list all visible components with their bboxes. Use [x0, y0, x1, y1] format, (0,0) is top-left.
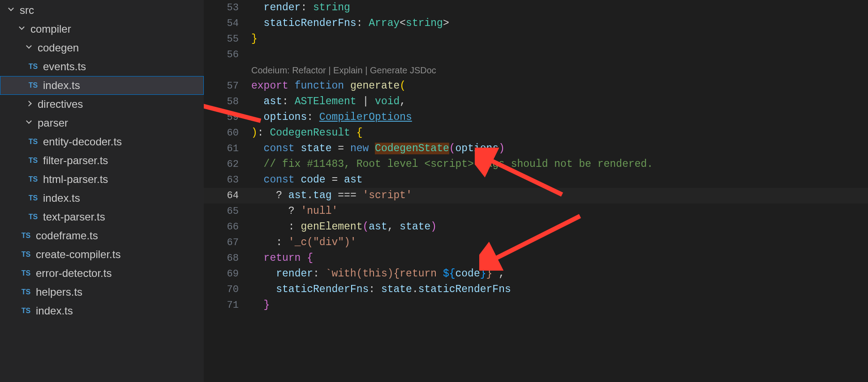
code-content[interactable]: ): CodegenResult {	[251, 125, 362, 141]
file-tree-file[interactable]: TScodeframe.ts	[0, 226, 204, 245]
code-content[interactable]: options: CompilerOptions	[251, 110, 412, 125]
code-line[interactable]: 64 ? ast.tag === 'script'	[204, 188, 868, 204]
chevron-down-icon[interactable]	[25, 43, 34, 52]
code-line[interactable]: 69 render: `with(this){return ${code}}`,	[204, 266, 868, 282]
code-content[interactable]: export function generate(	[251, 78, 406, 94]
line-number: 68	[204, 250, 251, 266]
code-line[interactable]: 56	[204, 47, 868, 63]
typescript-file-icon: TS	[20, 250, 32, 259]
code-content[interactable]: ast: ASTElement | void,	[251, 94, 406, 110]
line-number: 67	[204, 235, 251, 250]
file-tree-file[interactable]: TSindex.ts	[0, 76, 204, 95]
file-tree-label: text-parser.ts	[43, 211, 105, 223]
code-content[interactable]: render: string	[251, 0, 350, 16]
file-tree-label: codegen	[38, 42, 79, 54]
file-tree-label: error-detector.ts	[36, 267, 112, 280]
code-content[interactable]: return {	[251, 250, 313, 266]
code-content[interactable]: }	[251, 297, 270, 313]
code-line[interactable]: 58 ast: ASTElement | void,	[204, 94, 868, 110]
code-line[interactable]: 67 : '_c("div")'	[204, 235, 868, 250]
file-tree-folder[interactable]: src	[0, 1, 204, 20]
chevron-right-icon[interactable]	[25, 100, 34, 109]
typescript-file-icon: TS	[27, 175, 39, 183]
code-content[interactable]: : genElement(ast, state)	[251, 219, 437, 235]
line-number: 56	[204, 47, 251, 63]
line-number: 61	[204, 141, 251, 157]
code-line[interactable]: 71 }	[204, 297, 868, 313]
code-line[interactable]: 62 // fix #11483, Root level <script> ta…	[204, 157, 868, 172]
file-tree-label: html-parser.ts	[43, 173, 108, 186]
file-tree-label: compiler	[30, 23, 71, 35]
code-content[interactable]: staticRenderFns: Array<string>	[251, 16, 449, 31]
file-tree-folder[interactable]: directives	[0, 95, 204, 114]
typescript-file-icon: TS	[27, 157, 39, 165]
file-tree-label: index.ts	[36, 305, 73, 317]
line-number: 65	[204, 204, 251, 219]
file-tree-file[interactable]: TSentity-decoder.ts	[0, 132, 204, 151]
line-number: 69	[204, 266, 251, 282]
chevron-down-icon[interactable]	[18, 25, 27, 34]
code-line[interactable]: 54 staticRenderFns: Array<string>	[204, 16, 868, 31]
file-tree-label: create-compiler.ts	[36, 248, 120, 261]
file-tree-label: src	[20, 4, 34, 17]
file-tree-file[interactable]: TSevents.ts	[0, 57, 204, 76]
file-tree-label: filter-parser.ts	[43, 154, 108, 167]
line-number: 58	[204, 94, 251, 110]
code-line[interactable]: 65 ? 'null'	[204, 204, 868, 219]
line-number: 53	[204, 0, 251, 16]
code-line[interactable]: 63 const code = ast	[204, 172, 868, 188]
line-number: 60	[204, 125, 251, 141]
file-tree-folder[interactable]: parser	[0, 114, 204, 132]
typescript-file-icon: TS	[27, 138, 39, 146]
code-content[interactable]: // fix #11483, Root level <script> tags …	[251, 157, 653, 172]
file-tree-file[interactable]: TSindex.ts	[0, 301, 204, 320]
file-tree-folder[interactable]: compiler	[0, 20, 204, 38]
code-line[interactable]: 55}	[204, 31, 868, 47]
typescript-file-icon: TS	[27, 63, 39, 71]
line-number: 70	[204, 282, 251, 297]
line-number: 71	[204, 297, 251, 313]
chevron-down-icon[interactable]	[7, 6, 16, 15]
file-tree-label: codeframe.ts	[36, 229, 98, 242]
code-content[interactable]: : '_c("div")'	[251, 235, 357, 250]
typescript-file-icon: TS	[27, 194, 39, 202]
file-tree-file[interactable]: TSerror-detector.ts	[0, 264, 204, 283]
typescript-file-icon: TS	[20, 269, 32, 277]
code-content[interactable]: const code = ast	[251, 172, 363, 188]
file-tree-label: events.ts	[43, 60, 86, 73]
file-tree-file[interactable]: TShelpers.ts	[0, 283, 204, 301]
file-tree-label: directives	[38, 98, 83, 110]
code-content[interactable]: staticRenderFns: state.staticRenderFns	[251, 282, 511, 297]
typescript-file-icon: TS	[20, 307, 32, 315]
line-number: 66	[204, 219, 251, 235]
file-tree-label: entity-decoder.ts	[43, 136, 122, 148]
file-tree-file[interactable]: TScreate-compiler.ts	[0, 245, 204, 264]
chevron-down-icon[interactable]	[25, 119, 34, 127]
typescript-file-icon: TS	[27, 213, 39, 221]
file-tree-folder[interactable]: codegen	[0, 38, 204, 57]
code-line[interactable]: 57export function generate(	[204, 78, 868, 94]
code-line[interactable]: 60): CodegenResult {	[204, 125, 868, 141]
code-editor[interactable]: 53 render: string54 staticRenderFns: Arr…	[204, 0, 868, 382]
code-line[interactable]: 68 return {	[204, 250, 868, 266]
code-content[interactable]: }	[251, 31, 258, 47]
line-number: 57	[204, 78, 251, 94]
file-tree-file[interactable]: TStext-parser.ts	[0, 208, 204, 226]
file-tree-file[interactable]: TSindex.ts	[0, 189, 204, 208]
code-content[interactable]: ? ast.tag === 'script'	[251, 188, 412, 204]
file-tree-file[interactable]: TShtml-parser.ts	[0, 170, 204, 189]
file-explorer[interactable]: srccompilercodegenTSevents.tsTSindex.tsd…	[0, 0, 204, 382]
file-tree-label: index.ts	[43, 79, 80, 92]
code-content[interactable]: render: `with(this){return ${code}}`,	[251, 266, 505, 282]
typescript-file-icon: TS	[20, 288, 32, 296]
file-tree-label: index.ts	[43, 192, 80, 204]
codelens-actions[interactable]: Codeium: Refactor | Explain | Generate J…	[204, 63, 868, 78]
file-tree-file[interactable]: TSfilter-parser.ts	[0, 151, 204, 170]
code-line[interactable]: 53 render: string	[204, 0, 868, 16]
code-line[interactable]: 66 : genElement(ast, state)	[204, 219, 868, 235]
code-line[interactable]: 70 staticRenderFns: state.staticRenderFn…	[204, 282, 868, 297]
code-line[interactable]: 61 const state = new CodegenState(option…	[204, 141, 868, 157]
code-content[interactable]: const state = new CodegenState(options)	[251, 141, 505, 157]
code-content[interactable]: ? 'null'	[251, 204, 338, 219]
code-line[interactable]: 59 options: CompilerOptions	[204, 110, 868, 125]
